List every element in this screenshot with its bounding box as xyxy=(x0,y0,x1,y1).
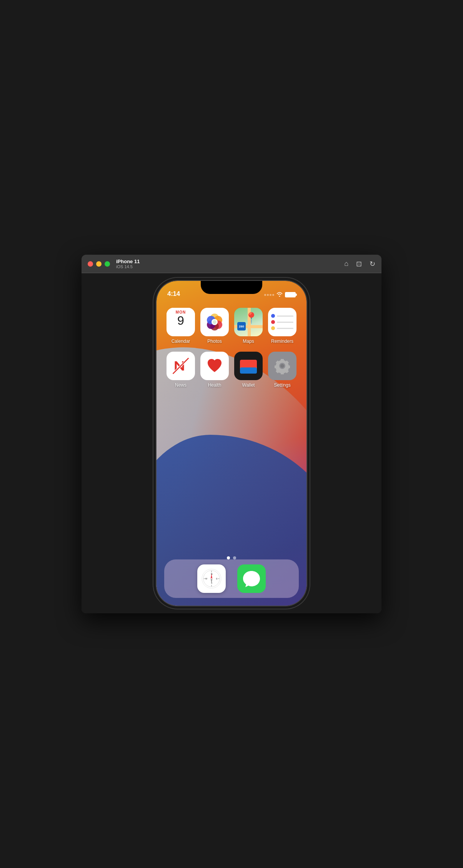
wallet-icon[interactable] xyxy=(234,352,263,380)
reminders-list xyxy=(268,311,296,333)
signal-dot-3 xyxy=(270,294,271,296)
signal-dots xyxy=(264,294,274,296)
screen: 4:14 xyxy=(157,281,306,606)
svg-point-7 xyxy=(213,320,217,324)
simulator-window: iPhone 11 iOS 14.5 ⌂ ⊡ ↻ 4:14 xyxy=(82,255,381,613)
calendar-label: Calendar xyxy=(172,339,190,344)
reminder-dot-1 xyxy=(271,314,275,318)
safari-svg: N S E W xyxy=(201,568,222,589)
phone-frame: 4:14 xyxy=(157,281,306,606)
home-icon[interactable]: ⌂ xyxy=(344,260,348,268)
close-button[interactable] xyxy=(88,261,93,267)
status-time: 4:14 xyxy=(167,290,180,298)
device-os: iOS 14.5 xyxy=(116,264,140,269)
app-grid: MON 9 Calendar xyxy=(157,304,306,388)
calendar-header: MON 9 xyxy=(167,308,195,327)
svg-point-16 xyxy=(280,364,284,368)
photos-icon[interactable] xyxy=(200,308,229,336)
reminder-line-2 xyxy=(277,322,293,323)
app-item-photos[interactable]: Photos xyxy=(200,308,230,344)
app-item-reminders[interactable]: Reminders xyxy=(267,308,297,344)
screenshot-icon[interactable]: ⊡ xyxy=(356,260,362,268)
app-item-wallet[interactable]: Wallet xyxy=(233,352,263,388)
settings-icon[interactable] xyxy=(268,352,296,380)
maximize-button[interactable] xyxy=(105,261,110,267)
rotate-icon[interactable]: ↻ xyxy=(370,260,375,268)
health-label: Health xyxy=(208,382,222,388)
traffic-lights xyxy=(88,261,110,267)
device-name: iPhone 11 xyxy=(116,259,140,264)
battery-icon xyxy=(285,292,296,297)
health-svg xyxy=(204,355,225,377)
settings-label: Settings xyxy=(274,382,290,388)
maps-label: Maps xyxy=(243,339,254,344)
maps-icon[interactable]: 📍 280 xyxy=(234,308,263,336)
app-item-calendar[interactable]: MON 9 Calendar xyxy=(166,308,196,344)
calendar-icon[interactable]: MON 9 xyxy=(167,308,195,336)
messages-icon[interactable] xyxy=(237,564,266,593)
phone-frame-wrapper: 4:14 xyxy=(82,273,381,613)
reminder-row-2 xyxy=(271,320,293,324)
maps-pin: 📍 xyxy=(245,312,258,324)
title-bar: iPhone 11 iOS 14.5 ⌂ ⊡ ↻ xyxy=(82,255,381,273)
messages-svg xyxy=(241,569,261,589)
svg-text:W: W xyxy=(205,578,207,580)
signal-dot-4 xyxy=(272,294,274,296)
signal-dot-2 xyxy=(267,294,269,296)
svg-text:E: E xyxy=(216,578,218,580)
reminder-dot-3 xyxy=(271,326,275,330)
svg-rect-14 xyxy=(240,367,257,374)
signal-dot-1 xyxy=(264,294,266,296)
calendar-day: 9 xyxy=(167,314,195,327)
dock-item-messages[interactable] xyxy=(237,564,266,593)
news-svg xyxy=(171,356,191,376)
wifi-icon xyxy=(276,292,283,298)
news-label: News xyxy=(175,382,187,388)
reminders-label: Reminders xyxy=(271,339,293,344)
device-info: iPhone 11 iOS 14.5 xyxy=(116,259,140,269)
reminder-line-3 xyxy=(277,328,293,329)
app-item-settings[interactable]: Settings xyxy=(267,352,297,388)
app-item-maps[interactable]: 📍 280 Maps xyxy=(233,308,263,344)
reminder-line-1 xyxy=(277,315,293,317)
safari-icon[interactable]: N S E W xyxy=(197,564,226,593)
page-dot-2[interactable] xyxy=(233,556,236,559)
wallet-svg xyxy=(238,356,259,376)
reminders-icon[interactable] xyxy=(268,308,296,336)
title-bar-controls: ⌂ ⊡ ↻ xyxy=(344,260,375,268)
notch xyxy=(201,281,262,294)
wallet-label: Wallet xyxy=(242,382,255,388)
page-dots xyxy=(227,556,236,559)
minimize-button[interactable] xyxy=(96,261,102,267)
photos-label: Photos xyxy=(207,339,222,344)
maps-shield: 280 xyxy=(237,322,246,331)
reminder-row-3 xyxy=(271,326,293,330)
app-item-news[interactable]: News xyxy=(166,352,196,388)
settings-svg xyxy=(273,356,292,376)
reminder-dot-2 xyxy=(271,320,275,324)
health-icon[interactable] xyxy=(200,352,229,380)
status-icons xyxy=(264,292,296,298)
news-icon[interactable] xyxy=(167,352,195,380)
app-item-health[interactable]: Health xyxy=(200,352,230,388)
svg-rect-13 xyxy=(240,360,257,368)
page-dot-1[interactable] xyxy=(227,556,230,559)
dock: N S E W xyxy=(164,559,299,598)
photos-svg xyxy=(205,312,225,332)
reminder-row-1 xyxy=(271,314,293,318)
dock-item-safari[interactable]: N S E W xyxy=(197,564,226,593)
